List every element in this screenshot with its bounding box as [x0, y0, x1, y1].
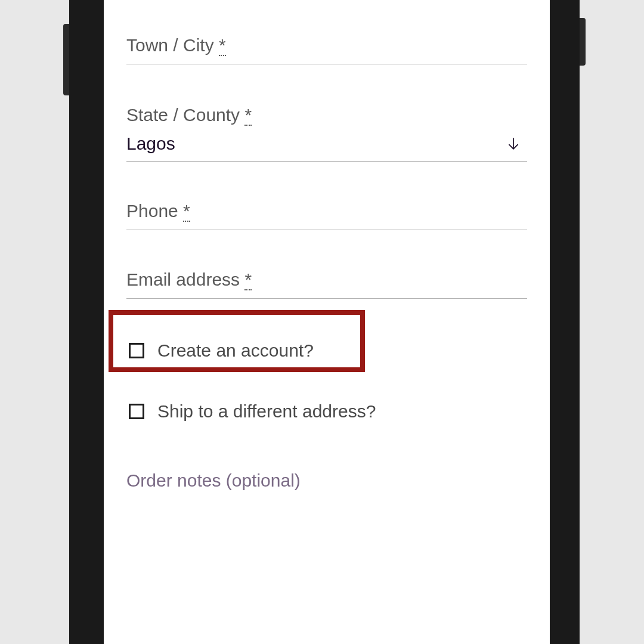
order-notes-label[interactable]: Order notes (optional): [126, 470, 527, 491]
ship-different-checkbox[interactable]: [129, 404, 144, 419]
phone-field[interactable]: Phone *: [126, 196, 527, 230]
phone-frame: Town / City * State / County * Lagos: [69, 0, 580, 644]
ship-different-row[interactable]: Ship to a different address?: [126, 393, 527, 430]
divider: [126, 230, 527, 230]
state-county-field[interactable]: State / County * Lagos: [126, 100, 527, 162]
create-account-row[interactable]: Create an account?: [126, 332, 527, 369]
state-county-label: State / County *: [126, 100, 527, 125]
divider: [126, 298, 527, 299]
create-account-label: Create an account?: [157, 340, 314, 361]
town-city-label: Town / City *: [126, 30, 527, 55]
phone-label: Phone *: [126, 196, 527, 221]
email-field[interactable]: Email address *: [126, 265, 527, 299]
ship-different-label: Ship to a different address?: [157, 401, 376, 422]
form-screen: Town / City * State / County * Lagos: [104, 0, 550, 644]
chevron-down-icon[interactable]: [506, 136, 521, 151]
town-city-field[interactable]: Town / City *: [126, 30, 527, 64]
create-account-checkbox[interactable]: [129, 343, 144, 358]
divider: [126, 161, 527, 162]
state-county-value: Lagos: [126, 134, 175, 154]
email-label: Email address *: [126, 265, 527, 290]
divider: [126, 64, 527, 64]
